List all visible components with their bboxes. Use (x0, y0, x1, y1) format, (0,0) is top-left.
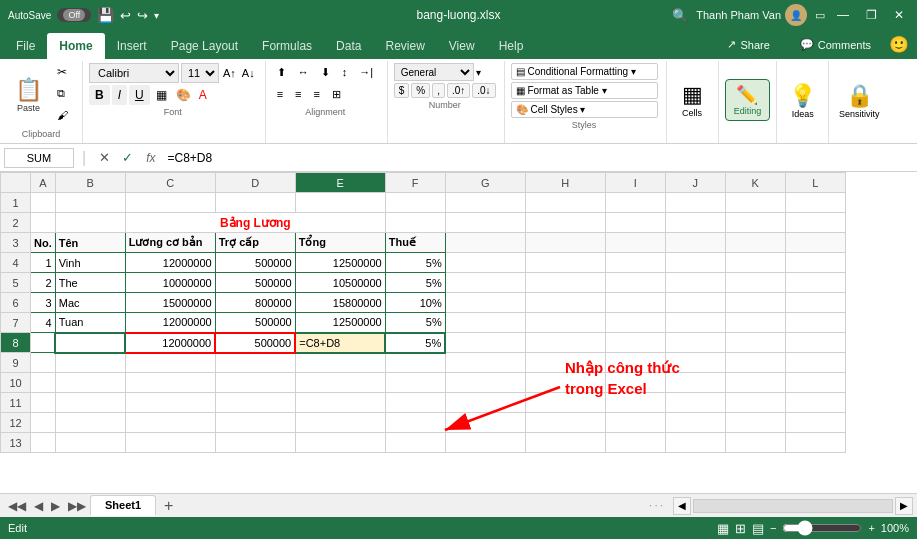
cell-h6[interactable] (525, 293, 605, 313)
cell-a3[interactable]: No. (31, 233, 56, 253)
cell-styles-button[interactable]: 🎨 Cell Styles ▾ (511, 101, 658, 118)
sheet-nav-first[interactable]: ◀◀ (4, 499, 30, 513)
view-page-break-icon[interactable]: ⊞ (735, 521, 746, 536)
paste-button[interactable]: 📋 Paste (8, 73, 49, 117)
cell-e6[interactable]: 15800000 (295, 293, 385, 313)
cell-j7[interactable] (665, 313, 725, 333)
view-normal-icon[interactable]: ▦ (717, 521, 729, 536)
zoom-plus-icon[interactable]: + (868, 522, 874, 534)
row-header-4[interactable]: 4 (1, 253, 31, 273)
row-header-7[interactable]: 7 (1, 313, 31, 333)
cell-k1[interactable] (725, 193, 785, 213)
formula-input[interactable] (164, 149, 914, 167)
decimal-increase-button[interactable]: .0↑ (447, 83, 470, 98)
tab-view[interactable]: View (437, 33, 487, 59)
ribbon-toggle-icon[interactable]: ▭ (815, 9, 825, 22)
cell-k7[interactable] (725, 313, 785, 333)
cell-h7[interactable] (525, 313, 605, 333)
cell-f8[interactable]: 5% (385, 333, 445, 353)
col-header-c[interactable]: C (125, 173, 215, 193)
hscroll-right[interactable]: ▶ (895, 497, 913, 515)
row-header-8[interactable]: 8 (1, 333, 31, 353)
tab-help[interactable]: Help (487, 33, 536, 59)
sheet-nav-next[interactable]: ▶ (47, 499, 64, 513)
user-avatar[interactable]: 👤 (785, 4, 807, 26)
cell-k6[interactable] (725, 293, 785, 313)
cell-b7[interactable]: Tuan (55, 313, 125, 333)
cell-l4[interactable] (785, 253, 845, 273)
cell-f4[interactable]: 5% (385, 253, 445, 273)
row-header-3[interactable]: 3 (1, 233, 31, 253)
align-top-button[interactable]: ⬆ (272, 63, 291, 83)
cell-b2[interactable] (55, 213, 125, 233)
cell-f2[interactable] (385, 213, 445, 233)
cell-g7[interactable] (445, 313, 525, 333)
cell-d6[interactable]: 800000 (215, 293, 295, 313)
autosave-toggle[interactable]: Off (57, 8, 91, 22)
cell-b6[interactable]: Mac (55, 293, 125, 313)
zoom-minus-icon[interactable]: − (770, 522, 776, 534)
cell-c5[interactable]: 10000000 (125, 273, 215, 293)
cell-d7[interactable]: 500000 (215, 313, 295, 333)
zoom-level-display[interactable]: 100% (881, 522, 909, 534)
restore-button[interactable]: ❐ (861, 5, 881, 25)
cell-b5[interactable]: The (55, 273, 125, 293)
cell-i7[interactable] (605, 313, 665, 333)
cell-i3[interactable] (605, 233, 665, 253)
cell-f1[interactable] (385, 193, 445, 213)
cell-l6[interactable] (785, 293, 845, 313)
comments-button[interactable]: 💬 Comments (788, 34, 883, 55)
cell-g2[interactable] (445, 213, 525, 233)
cell-g8[interactable] (445, 333, 525, 353)
col-header-b[interactable]: B (55, 173, 125, 193)
cell-c7[interactable]: 12000000 (125, 313, 215, 333)
italic-button[interactable]: I (112, 85, 127, 105)
merge-button[interactable]: ⊞ (327, 85, 346, 105)
cell-f5[interactable]: 5% (385, 273, 445, 293)
cell-k4[interactable] (725, 253, 785, 273)
row-header-1[interactable]: 1 (1, 193, 31, 213)
smiley-icon[interactable]: 🙂 (889, 35, 909, 54)
cell-a8[interactable] (31, 333, 56, 353)
accounting-format-button[interactable]: $ (394, 83, 410, 98)
share-button[interactable]: ↗ Share (715, 34, 781, 55)
align-left-button[interactable]: ≡ (272, 85, 288, 105)
tab-home[interactable]: Home (47, 33, 104, 59)
cell-k3[interactable] (725, 233, 785, 253)
percent-button[interactable]: % (411, 83, 430, 98)
cell-f3[interactable]: Thuế (385, 233, 445, 253)
confirm-formula-button[interactable]: ✓ (117, 149, 138, 166)
cell-c4[interactable]: 12000000 (125, 253, 215, 273)
format-as-table-button[interactable]: ▦ Format as Table ▾ (511, 82, 658, 99)
cell-a5[interactable]: 2 (31, 273, 56, 293)
col-header-l[interactable]: L (785, 173, 845, 193)
cell-l5[interactable] (785, 273, 845, 293)
cell-d8[interactable]: 500000 (215, 333, 295, 353)
col-header-g[interactable]: G (445, 173, 525, 193)
cell-c6[interactable]: 15000000 (125, 293, 215, 313)
editing-button[interactable]: ✏️ Editing (725, 79, 771, 121)
cell-g3[interactable] (445, 233, 525, 253)
cell-c2[interactable]: Bảng Lương (125, 213, 385, 233)
cell-h2[interactable] (525, 213, 605, 233)
row-header-11[interactable]: 11 (1, 393, 31, 413)
col-header-a[interactable]: A (31, 173, 56, 193)
conditional-formatting-button[interactable]: ▤ Conditional Formatting ▾ (511, 63, 658, 80)
cell-a4[interactable]: 1 (31, 253, 56, 273)
sheet-tab-sheet1[interactable]: Sheet1 (90, 495, 156, 516)
font-size-down-icon[interactable]: A↓ (240, 66, 257, 80)
align-middle-button[interactable]: ↔ (293, 63, 314, 83)
cell-j4[interactable] (665, 253, 725, 273)
hscroll-left[interactable]: ◀ (673, 497, 691, 515)
zoom-slider[interactable] (782, 520, 862, 536)
cell-h8[interactable] (525, 333, 605, 353)
cell-b1[interactable] (55, 193, 125, 213)
search-icon[interactable]: 🔍 (672, 8, 688, 23)
cell-h4[interactable] (525, 253, 605, 273)
autosave-state[interactable]: Off (63, 9, 85, 21)
cell-e3[interactable]: Tổng (295, 233, 385, 253)
cell-b8[interactable] (55, 333, 125, 353)
align-center-button[interactable]: ≡ (290, 85, 306, 105)
format-painter-button[interactable]: 🖌 (51, 107, 74, 127)
cell-e1[interactable] (295, 193, 385, 213)
